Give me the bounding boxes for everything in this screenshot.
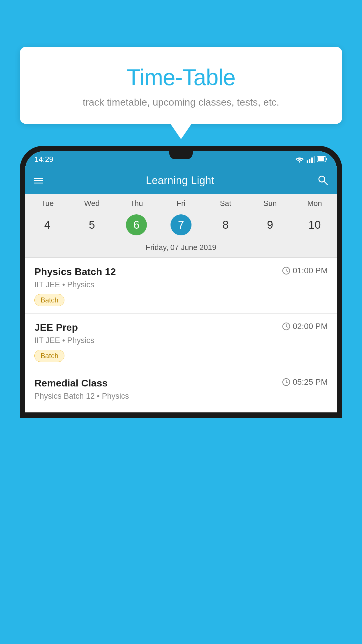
battery-icon bbox=[317, 156, 328, 162]
svg-point-0 bbox=[299, 161, 301, 163]
svg-rect-4 bbox=[314, 156, 315, 163]
day-thu: Thu bbox=[114, 199, 159, 208]
menu-line-2 bbox=[34, 180, 43, 181]
svg-rect-2 bbox=[309, 159, 310, 163]
day-fri: Fri bbox=[159, 199, 203, 208]
schedule-item-2[interactable]: JEE Prep 02:00 PM IIT JEE • Physics Batc… bbox=[25, 314, 337, 369]
schedule-item-1-tag: Batch bbox=[34, 294, 64, 306]
signal-icon bbox=[307, 156, 315, 163]
day-tue: Tue bbox=[25, 199, 70, 208]
status-time: 14:29 bbox=[34, 155, 53, 164]
schedule-item-1-title: Physics Batch 12 bbox=[34, 266, 116, 277]
schedule-item-1-time: 01:00 PM bbox=[282, 266, 328, 275]
day-sat: Sat bbox=[203, 199, 248, 208]
clock-icon-2 bbox=[282, 322, 290, 330]
svg-line-9 bbox=[324, 181, 327, 185]
status-icons bbox=[295, 156, 328, 163]
schedule-item-1-subtitle: IIT JEE • Physics bbox=[34, 280, 328, 289]
date-6-today[interactable]: 6 bbox=[114, 214, 159, 235]
clock-icon-3 bbox=[282, 378, 290, 386]
date-5[interactable]: 5 bbox=[70, 214, 114, 235]
phone-outer: 14:29 bbox=[20, 146, 342, 418]
calendar-dates: 4 5 6 7 8 9 10 bbox=[25, 211, 337, 241]
day-wed: Wed bbox=[70, 199, 114, 208]
schedule-item-2-title: JEE Prep bbox=[34, 322, 78, 333]
schedule-item-1-header: Physics Batch 12 01:00 PM bbox=[34, 266, 328, 277]
schedule-item-2-header: JEE Prep 02:00 PM bbox=[34, 322, 328, 333]
clock-icon-1 bbox=[282, 267, 290, 275]
schedule-item-2-time: 02:00 PM bbox=[282, 322, 328, 331]
schedule-item-2-tag: Batch bbox=[34, 350, 64, 362]
bubble-title: Time-Table bbox=[31, 64, 331, 91]
search-icon bbox=[317, 174, 328, 186]
phone-inner: 14:29 bbox=[25, 151, 337, 412]
schedule-item-3-header: Remedial Class 05:25 PM bbox=[34, 377, 328, 389]
menu-line-3 bbox=[34, 183, 43, 183]
svg-rect-1 bbox=[307, 160, 308, 163]
bubble-subtitle: track timetable, upcoming classes, tests… bbox=[31, 97, 331, 108]
schedule-item-3-time: 05:25 PM bbox=[282, 377, 328, 387]
menu-line-1 bbox=[34, 178, 43, 179]
schedule-item-3-title: Remedial Class bbox=[34, 377, 108, 389]
calendar-header: Tue Wed Thu Fri Sat Sun Mon bbox=[25, 194, 337, 211]
speech-bubble: Time-Table track timetable, upcoming cla… bbox=[20, 47, 342, 124]
day-mon: Mon bbox=[292, 199, 337, 208]
menu-button[interactable] bbox=[34, 178, 43, 183]
search-button[interactable] bbox=[317, 174, 328, 187]
day-sun: Sun bbox=[248, 199, 292, 208]
schedule-item-2-subtitle: IIT JEE • Physics bbox=[34, 336, 328, 345]
date-10[interactable]: 10 bbox=[292, 214, 337, 235]
date-4[interactable]: 4 bbox=[25, 214, 70, 235]
date-7-selected[interactable]: 7 bbox=[159, 214, 203, 235]
wifi-icon bbox=[295, 156, 304, 163]
svg-rect-7 bbox=[326, 158, 327, 160]
date-8[interactable]: 8 bbox=[203, 214, 248, 235]
selected-date-label: Friday, 07 June 2019 bbox=[25, 241, 337, 257]
schedule-item-3-subtitle: Physics Batch 12 • Physics bbox=[34, 392, 328, 401]
svg-rect-3 bbox=[311, 158, 313, 163]
app-bar-title: Learning Light bbox=[146, 174, 214, 187]
date-9[interactable]: 9 bbox=[248, 214, 292, 235]
schedule-item-1[interactable]: Physics Batch 12 01:00 PM IIT JEE • Phys… bbox=[25, 258, 337, 314]
phone-notch bbox=[169, 151, 193, 159]
svg-rect-6 bbox=[318, 157, 324, 161]
schedule-item-3[interactable]: Remedial Class 05:25 PM Physics Batch 12… bbox=[25, 369, 337, 412]
phone-mockup: 14:29 bbox=[20, 146, 342, 644]
app-bar: Learning Light bbox=[25, 167, 337, 194]
speech-bubble-container: Time-Table track timetable, upcoming cla… bbox=[20, 47, 342, 124]
